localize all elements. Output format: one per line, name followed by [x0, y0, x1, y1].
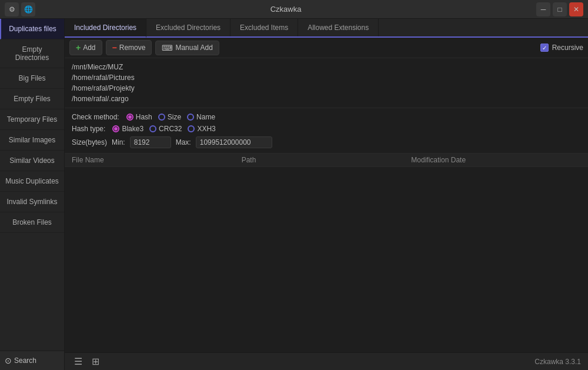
- radio-crc32-dot: [149, 125, 156, 132]
- titlebar: ⚙ 🌐 Czkawka ─ □ ✕: [0, 0, 588, 19]
- file-table: File Name Path Modification Date: [65, 154, 588, 352]
- search-button[interactable]: ⊙ Search: [0, 351, 64, 370]
- sidebar-item-empty-files[interactable]: Empty Files: [0, 89, 64, 109]
- hash-type-row: Hash type: Blake3 CRC32 XXH3: [72, 125, 581, 133]
- manual-add-icon: ⌨: [162, 44, 173, 52]
- directory-toolbar: + Add − Remove ⌨ Manual Add ✓ Recursive: [65, 38, 588, 58]
- radio-xxh3[interactable]: XXH3: [188, 125, 215, 133]
- add-icon: +: [76, 43, 81, 52]
- sidebar-item-duplicates-files[interactable]: Duplicates files: [0, 19, 64, 39]
- hash-type-group: Blake3 CRC32 XXH3: [112, 125, 215, 133]
- window-controls: ─ □ ✕: [536, 2, 583, 16]
- radio-name-dot: [187, 114, 194, 121]
- col-header-path: Path: [242, 156, 412, 164]
- sidebar: Duplicates files Empty Directories Big F…: [0, 19, 65, 370]
- remove-button[interactable]: − Remove: [106, 40, 152, 55]
- check-method-row: Check method: Hash Size Name: [72, 113, 581, 121]
- recursive-section: ✓ Recursive: [540, 44, 583, 52]
- tab-included-directories[interactable]: Included Directories: [65, 19, 146, 38]
- sidebar-item-similar-videos[interactable]: Similar Videos: [0, 151, 64, 171]
- toolbar-left: + Add − Remove ⌨ Manual Add: [69, 40, 219, 55]
- radio-xxh3-dot: [188, 125, 195, 132]
- minimize-button[interactable]: ─: [536, 2, 550, 16]
- main-content: Duplicates files Empty Directories Big F…: [0, 19, 588, 370]
- dir-item-2[interactable]: /home/rafal/Projekty: [69, 83, 583, 94]
- radio-crc32[interactable]: CRC32: [149, 125, 182, 133]
- close-button[interactable]: ✕: [569, 2, 583, 16]
- radio-size[interactable]: Size: [158, 113, 181, 121]
- info-button[interactable]: 🌐: [21, 2, 35, 16]
- tabs-bar: Included Directories Excluded Directorie…: [65, 19, 588, 38]
- radio-blake3-dot: [112, 125, 119, 132]
- sidebar-item-big-files[interactable]: Big Files: [0, 68, 64, 89]
- dir-item-3[interactable]: /home/rafal/.cargo: [69, 94, 583, 104]
- recursive-checkbox[interactable]: ✓: [540, 44, 549, 52]
- manual-add-button[interactable]: ⌨ Manual Add: [155, 41, 219, 55]
- radio-hash[interactable]: Hash: [126, 113, 152, 121]
- bottom-bar: ☰ ⊞ Czkawka 3.3.1: [65, 352, 588, 370]
- tab-excluded-directories[interactable]: Excluded Directories: [146, 19, 230, 36]
- col-header-name: File Name: [72, 156, 242, 164]
- right-panel: Included Directories Excluded Directorie…: [65, 19, 588, 370]
- radio-hash-dot: [126, 114, 133, 121]
- version-text: Czkawka 3.3.1: [534, 358, 581, 366]
- directory-list: /mnt/Miecz/MUZ /home/rafal/Pictures /hom…: [65, 58, 588, 108]
- grid-view-button[interactable]: ⊞: [89, 355, 102, 368]
- dir-item-0[interactable]: /mnt/Miecz/MUZ: [69, 62, 583, 72]
- app-title: Czkawka: [35, 5, 536, 14]
- settings-area: Check method: Hash Size Name: [65, 108, 588, 154]
- radio-name[interactable]: Name: [187, 113, 215, 121]
- sidebar-item-broken-files[interactable]: Broken Files: [0, 212, 64, 233]
- radio-size-dot: [158, 114, 165, 121]
- size-row: Size(bytes) Min: Max:: [72, 136, 581, 148]
- tab-excluded-items[interactable]: Excluded Items: [230, 19, 298, 36]
- titlebar-left-buttons: ⚙ 🌐: [5, 2, 35, 16]
- min-size-input[interactable]: [130, 136, 171, 148]
- sidebar-item-empty-directories[interactable]: Empty Directories: [0, 39, 64, 68]
- sidebar-item-similar-images[interactable]: Similar Images: [0, 130, 64, 151]
- file-table-header: File Name Path Modification Date: [65, 154, 588, 167]
- search-icon: ⊙: [5, 356, 12, 365]
- maximize-button[interactable]: □: [553, 2, 567, 16]
- max-size-input[interactable]: [196, 136, 272, 148]
- check-method-group: Hash Size Name: [126, 113, 215, 121]
- sidebar-item-music-duplicates[interactable]: Music Duplicates: [0, 171, 64, 192]
- bottom-icons: ☰ ⊞: [72, 355, 102, 368]
- list-view-button[interactable]: ☰: [72, 355, 85, 368]
- remove-icon: −: [112, 43, 117, 52]
- settings-button[interactable]: ⚙: [5, 2, 19, 16]
- add-button[interactable]: + Add: [69, 40, 102, 55]
- col-header-date: Modification Date: [411, 156, 581, 164]
- dir-item-1[interactable]: /home/rafal/Pictures: [69, 72, 583, 83]
- sidebar-item-temporary-files[interactable]: Temporary Files: [0, 109, 64, 130]
- radio-blake3[interactable]: Blake3: [112, 125, 143, 133]
- sidebar-item-invalid-symlinks[interactable]: Invalid Symlinks: [0, 192, 64, 212]
- tab-allowed-extensions[interactable]: Allowed Extensions: [298, 19, 379, 36]
